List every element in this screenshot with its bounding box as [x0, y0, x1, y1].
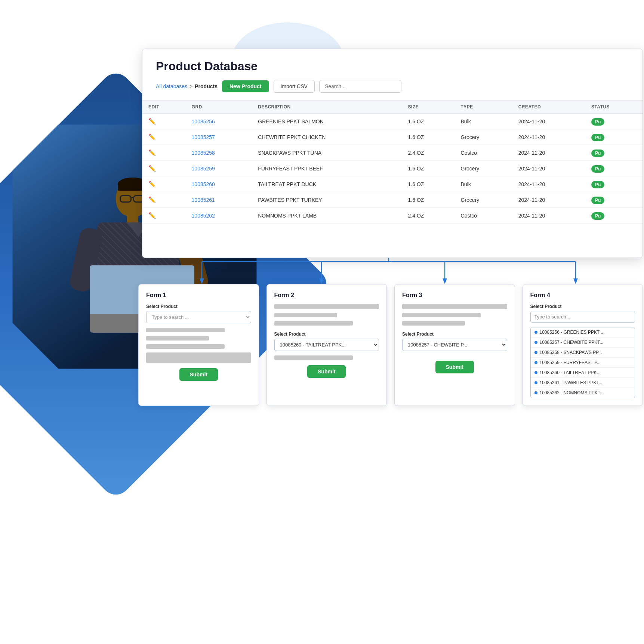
svg-marker-7 [443, 278, 447, 284]
col-size: SIZE [402, 101, 455, 114]
cell-status: Pu [585, 129, 643, 145]
cell-description: PAWBITES PPKT TURKEY [252, 192, 402, 208]
form-1-submit-button[interactable]: Submit [179, 368, 218, 381]
grd-link[interactable]: 10085259 [192, 166, 215, 172]
grd-link[interactable]: 10085262 [192, 213, 215, 219]
edit-icon: ✏️ [148, 118, 156, 124]
form-1: Form 1 Select Product Type to search ...… [138, 284, 259, 406]
cell-edit[interactable]: ✏️ [142, 176, 186, 192]
form-4-select-label: Select Product [530, 304, 635, 309]
dropdown-item[interactable]: 10085260 - TAILTREAT PPK... [531, 368, 635, 378]
form-1-field-4 [146, 352, 251, 363]
table-row: ✏️ 10085257 CHEWBITE PPKT CHICKEN 1.6 OZ… [142, 129, 643, 145]
cell-type: Grocery [455, 192, 512, 208]
grd-link[interactable]: 10085260 [192, 181, 215, 187]
form-1-select-product[interactable]: Type to search ... [146, 311, 251, 323]
dropdown-item[interactable]: 10085258 - SNACKPAWS PP... [531, 348, 635, 358]
cell-status: Pu [585, 145, 643, 161]
status-badge: Pu [591, 118, 604, 126]
breadcrumb-all-databases[interactable]: All databases [156, 83, 187, 89]
dropdown-item-bullet [534, 391, 537, 394]
dropdown-item-label: 10085261 - PAWBITES PPKT... [540, 380, 603, 385]
dropdown-item-bullet [534, 381, 537, 384]
cell-created: 2024-11-20 [512, 208, 585, 224]
form-2-select-product[interactable]: 10085260 - TAILTREAT PPK... [274, 339, 379, 351]
dropdown-item[interactable]: 10085257 - CHEWBITE PPKT... [531, 338, 635, 348]
table-row: ✏️ 10085256 GREENIES PPKT SALMON 1.6 OZ … [142, 114, 643, 129]
cell-size: 1.6 OZ [402, 192, 455, 208]
panel-toolbar: All databases > Products New Product Imp… [156, 80, 629, 93]
dropdown-item-label: 10085260 - TAILTREAT PPK... [540, 370, 601, 375]
cell-type: Costco [455, 208, 512, 224]
cell-size: 2.4 OZ [402, 145, 455, 161]
table-row: ✏️ 10085260 TAILTREAT PPKT DUCK 1.6 OZ B… [142, 176, 643, 192]
dropdown-item[interactable]: 10085262 - NOMNOMS PPKT... [531, 388, 635, 398]
dropdown-item-label: 10085259 - FURRYFEAST P... [540, 360, 601, 365]
dropdown-item-bullet [534, 351, 537, 354]
new-product-button[interactable]: New Product [222, 80, 269, 92]
cell-type: Grocery [455, 161, 512, 176]
grd-link[interactable]: 10085261 [192, 197, 215, 203]
col-edit: EDIT [142, 101, 186, 114]
cell-edit[interactable]: ✏️ [142, 145, 186, 161]
cell-grd: 10085259 [186, 161, 252, 176]
dropdown-item-bullet [534, 331, 537, 334]
form-1-field-3 [146, 344, 225, 349]
grd-link[interactable]: 10085257 [192, 134, 215, 140]
import-csv-button[interactable]: Import CSV [274, 80, 315, 93]
cell-size: 1.6 OZ [402, 161, 455, 176]
cell-edit[interactable]: ✏️ [142, 129, 186, 145]
form-1-field-1 [146, 328, 225, 332]
dropdown-item[interactable]: 10085259 - FURRYFEAST P... [531, 358, 635, 368]
grd-link[interactable]: 10085256 [192, 118, 215, 124]
cell-created: 2024-11-20 [512, 129, 585, 145]
col-status: STATUS [585, 101, 643, 114]
status-badge: Pu [591, 212, 604, 220]
cell-grd: 10085260 [186, 176, 252, 192]
form-4: Form 4 Select Product 10085256 - GREENIE… [523, 284, 643, 406]
forms-row: Form 1 Select Product Type to search ...… [138, 284, 643, 406]
search-input[interactable] [319, 80, 401, 93]
dropdown-item-bullet [534, 341, 537, 344]
edit-icon: ✏️ [148, 134, 156, 140]
status-badge: Pu [591, 165, 604, 173]
cell-size: 1.6 OZ [402, 129, 455, 145]
cell-edit[interactable]: ✏️ [142, 161, 186, 176]
cell-created: 2024-11-20 [512, 192, 585, 208]
breadcrumb-current: Products [195, 83, 218, 89]
cell-edit[interactable]: ✏️ [142, 192, 186, 208]
col-created: CREATED [512, 101, 585, 114]
cell-status: Pu [585, 161, 643, 176]
form-3-select-product[interactable]: 10085257 - CHEWBITE P... [402, 339, 507, 351]
dropdown-item[interactable]: 10085261 - PAWBITES PPKT... [531, 378, 635, 388]
form-2-field-3 [274, 321, 353, 326]
cell-edit[interactable]: ✏️ [142, 208, 186, 224]
grd-link[interactable]: 10085258 [192, 150, 215, 156]
form-3-field-1 [402, 304, 507, 309]
cell-status: Pu [585, 208, 643, 224]
form-2-field-2 [274, 313, 337, 317]
form-3-submit-button[interactable]: Submit [435, 361, 474, 373]
cell-description: FURRYFEAST PPKT BEEF [252, 161, 402, 176]
cell-grd: 10085261 [186, 192, 252, 208]
breadcrumb: All databases > Products [156, 83, 218, 89]
form-4-search-input[interactable] [530, 311, 635, 323]
dropdown-item[interactable]: 10085256 - GREENIES PPKT ... [531, 327, 635, 338]
edit-icon: ✏️ [148, 212, 156, 219]
panel-header: Product Database All databases > Product… [142, 49, 643, 93]
cell-size: 1.6 OZ [402, 176, 455, 192]
form-2-submit-button[interactable]: Submit [307, 365, 346, 378]
form-3-field-3 [402, 321, 465, 326]
form-2-title: Form 2 [274, 292, 379, 299]
cell-type: Grocery [455, 129, 512, 145]
status-badge: Pu [591, 150, 604, 157]
edit-icon: ✏️ [148, 181, 156, 187]
dropdown-item-label: 10085262 - NOMNOMS PPKT... [540, 390, 604, 395]
status-badge: Pu [591, 197, 604, 204]
cell-type: Bulk [455, 114, 512, 129]
form-3-select-label: Select Product [402, 332, 507, 337]
cell-edit[interactable]: ✏️ [142, 114, 186, 129]
table-row: ✏️ 10085261 PAWBITES PPKT TURKEY 1.6 OZ … [142, 192, 643, 208]
cell-grd: 10085256 [186, 114, 252, 129]
form-2: Form 2 Select Product 10085260 - TAILTRE… [266, 284, 387, 406]
